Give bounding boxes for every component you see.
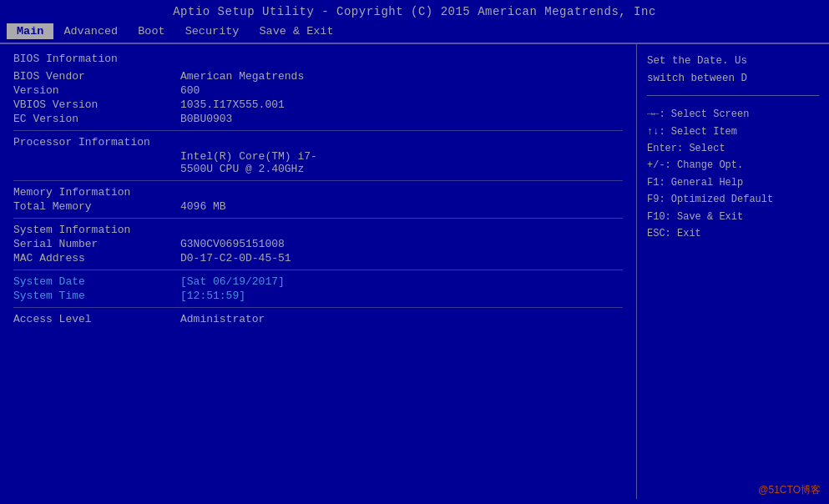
bios-vendor-label: BIOS Vendor — [13, 70, 180, 83]
access-level-section: Access Level Administrator — [13, 313, 623, 325]
access-level-value: Administrator — [180, 313, 623, 325]
shortcut-f1: F1: General Help — [647, 174, 819, 191]
mac-address-label: MAC Address — [13, 252, 180, 265]
shortcut-select-screen: →←: Select Screen — [647, 106, 819, 123]
vbios-version-value: 1035.I17X555.001 — [180, 98, 623, 111]
bios-information-section: BIOS Information — [13, 53, 623, 65]
menu-item-security[interactable]: Security — [175, 23, 250, 39]
processor-row: Intel(R) Core(TM) i7-5500U CPU @ 2.40GHz — [13, 150, 623, 175]
system-time-label: System Time — [13, 290, 180, 302]
total-memory-row: Total Memory 4096 MB — [13, 200, 623, 213]
menu-item-boot[interactable]: Boot — [128, 23, 174, 39]
serial-number-label: Serial Number — [13, 238, 180, 250]
version-value: 600 — [180, 84, 623, 97]
bios-vendor-row: BIOS Vendor American Megatrends — [13, 70, 623, 83]
title-text: Aptio Setup Utility - Copyright (C) 2015… — [173, 5, 656, 18]
shortcut-f9: F9: Optimized Default — [647, 191, 819, 208]
system-time-row[interactable]: System Time [12:51:59] — [13, 290, 623, 302]
serial-number-row: Serial Number G3N0CV0695151008 — [13, 238, 623, 250]
system-time-value: [12:51:59] — [180, 290, 623, 302]
processor-information-section: Processor Information Intel(R) Core(TM) … — [13, 136, 623, 175]
processor-value: Intel(R) Core(TM) i7-5500U CPU @ 2.40GHz — [180, 150, 623, 175]
left-panel: BIOS Information BIOS Vendor American Me… — [0, 44, 637, 499]
shortcut-enter: Enter: Select — [647, 140, 819, 157]
shortcut-select-item: ↑↓: Select Item — [647, 123, 819, 140]
total-memory-label: Total Memory — [13, 200, 180, 213]
mac-address-value: D0-17-C2-0D-45-51 — [180, 252, 623, 265]
access-level-label: Access Level — [13, 313, 180, 325]
system-date-row[interactable]: System Date [Sat 06/19/2017] — [13, 275, 623, 288]
datetime-section: System Date [Sat 06/19/2017] System Time… — [13, 275, 623, 302]
menu-item-save-exit[interactable]: Save & Exit — [249, 23, 343, 39]
version-row: Version 600 — [13, 84, 623, 97]
mac-address-row: MAC Address D0-17-C2-0D-45-51 — [13, 252, 623, 265]
bios-screen: Aptio Setup Utility - Copyright (C) 2015… — [0, 0, 829, 504]
system-date-value: [Sat 06/19/2017] — [180, 275, 623, 288]
shortcuts-panel: →←: Select Screen ↑↓: Select Item Enter:… — [647, 106, 819, 242]
bios-information-header: BIOS Information — [13, 53, 623, 65]
menu-item-main[interactable]: Main — [7, 23, 53, 39]
total-memory-value: 4096 MB — [180, 200, 623, 213]
bios-vendor-value: American Megatrends — [180, 70, 623, 83]
ec-version-label: EC Version — [13, 113, 180, 125]
shortcut-f10: F10: Save & Exit — [647, 209, 819, 225]
memory-information-section: Memory Information Total Memory 4096 MB — [13, 186, 623, 213]
system-information-section: System Information Serial Number G3N0CV0… — [13, 224, 623, 265]
vbios-version-row: VBIOS Version 1035.I17X555.001 — [13, 98, 623, 111]
system-date-label: System Date — [13, 275, 180, 288]
serial-number-value: G3N0CV0695151008 — [180, 238, 623, 250]
vbios-version-label: VBIOS Version — [13, 98, 180, 111]
ec-version-row: EC Version B0BU0903 — [13, 113, 623, 125]
title-bar: Aptio Setup Utility - Copyright (C) 2015… — [0, 0, 829, 22]
main-content: BIOS Information BIOS Vendor American Me… — [0, 43, 829, 499]
memory-information-header: Memory Information — [13, 186, 623, 199]
version-label: Version — [13, 84, 180, 97]
bios-details-section: BIOS Vendor American Megatrends Version … — [13, 70, 623, 125]
help-text: Set the Date. Usswitch between D — [647, 53, 819, 96]
shortcut-change-opt: +/-: Change Opt. — [647, 157, 819, 174]
system-information-header: System Information — [13, 224, 623, 236]
shortcut-esc: ESC: Exit — [647, 225, 819, 242]
processor-information-header: Processor Information — [13, 136, 623, 149]
ec-version-value: B0BU0903 — [180, 113, 623, 125]
watermark: @51CTO博客 — [758, 483, 821, 497]
access-level-row: Access Level Administrator — [13, 313, 623, 325]
menu-bar: Main Advanced Boot Security Save & Exit — [0, 22, 829, 43]
menu-item-advanced[interactable]: Advanced — [53, 23, 128, 39]
right-panel: Set the Date. Usswitch between D →←: Sel… — [637, 44, 829, 499]
